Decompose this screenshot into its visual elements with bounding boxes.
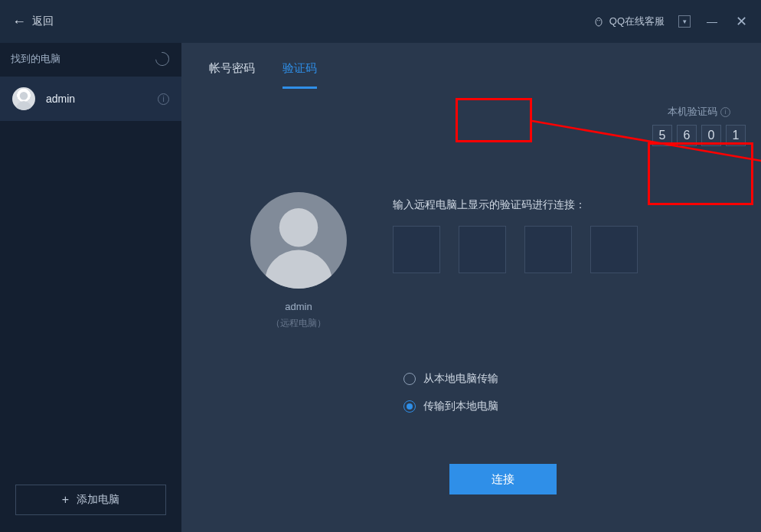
sidebar-header: 找到的电脑: [0, 43, 181, 77]
avatar-large-icon: [250, 192, 347, 289]
radio-to-local-label: 传输到本地电脑: [423, 400, 498, 413]
annotation-box: [456, 98, 532, 142]
tab-account-password[interactable]: 帐号密码: [209, 61, 255, 89]
qq-service-link[interactable]: QQ在线客服: [593, 15, 665, 28]
titlebar-right: QQ在线客服 ▾ — ✕: [593, 13, 749, 30]
svg-point-2: [599, 20, 599, 21]
sidebar-title: 找到的电脑: [11, 52, 60, 66]
radio-icon: [403, 373, 416, 385]
code-digit: 0: [701, 125, 721, 146]
tab-verification-code[interactable]: 验证码: [283, 61, 317, 89]
radio-from-local[interactable]: 从本地电脑传输: [403, 372, 498, 386]
code-input-3[interactable]: [524, 226, 572, 273]
svg-point-6: [265, 250, 332, 289]
dropdown-icon[interactable]: ▾: [678, 15, 691, 28]
close-button[interactable]: ✕: [733, 13, 749, 30]
info-icon[interactable]: i: [720, 107, 730, 117]
remote-subtitle: （远程电脑）: [250, 317, 347, 330]
refresh-icon[interactable]: [152, 49, 171, 68]
titlebar: ← 返回 QQ在线客服 ▾ — ✕: [0, 0, 761, 43]
main-panel: 帐号密码 验证码 本机验证码 i 5 6 0 1 admin （远程电脑）: [181, 43, 761, 532]
code-digit: 1: [726, 125, 746, 146]
code-input-area: 输入远程电脑上显示的验证码进行连接：: [393, 192, 730, 273]
input-label: 输入远程电脑上显示的验证码进行连接：: [393, 198, 730, 212]
avatar-icon: [12, 87, 35, 110]
sidebar: 找到的电脑 admin i + 添加电脑: [0, 43, 181, 532]
code-input-2[interactable]: [459, 226, 506, 273]
minimize-button[interactable]: —: [704, 15, 720, 28]
svg-point-3: [20, 92, 28, 100]
local-code-panel: 本机验证码 i 5 6 0 1: [652, 104, 746, 146]
svg-point-1: [597, 20, 598, 21]
plus-icon: +: [62, 493, 69, 507]
back-button[interactable]: ← 返回: [12, 14, 54, 30]
back-label: 返回: [32, 15, 54, 28]
code-digit: 6: [677, 125, 697, 146]
local-code-label: 本机验证码 i: [668, 105, 730, 119]
center-area: admin （远程电脑） 输入远程电脑上显示的验证码进行连接：: [250, 192, 730, 330]
computer-list-item[interactable]: admin i: [0, 77, 181, 121]
radio-icon: [403, 400, 416, 413]
local-code-digits: 5 6 0 1: [652, 125, 746, 146]
radio-from-local-label: 从本地电脑传输: [423, 372, 498, 386]
connect-button[interactable]: 连接: [449, 464, 557, 494]
info-icon[interactable]: i: [158, 93, 169, 105]
remote-name: admin: [250, 301, 347, 312]
svg-point-4: [16, 101, 31, 110]
input-boxes: [393, 226, 730, 273]
code-input-1[interactable]: [393, 226, 440, 273]
svg-point-0: [596, 18, 602, 26]
remote-avatar-section: admin （远程电脑）: [250, 192, 347, 330]
radio-to-local[interactable]: 传输到本地电脑: [403, 400, 498, 413]
code-digit: 5: [652, 125, 672, 146]
qq-service-label: QQ在线客服: [609, 15, 665, 28]
computer-name: admin: [46, 93, 147, 105]
tabs: 帐号密码 验证码: [181, 43, 761, 90]
add-computer-button[interactable]: + 添加电脑: [15, 485, 166, 515]
svg-point-5: [279, 208, 318, 246]
transfer-options: 从本地电脑传输 传输到本地电脑: [403, 372, 498, 427]
code-input-4[interactable]: [590, 226, 638, 273]
penguin-icon: [593, 15, 605, 28]
arrow-left-icon: ←: [12, 14, 26, 30]
add-computer-label: 添加电脑: [77, 493, 119, 507]
